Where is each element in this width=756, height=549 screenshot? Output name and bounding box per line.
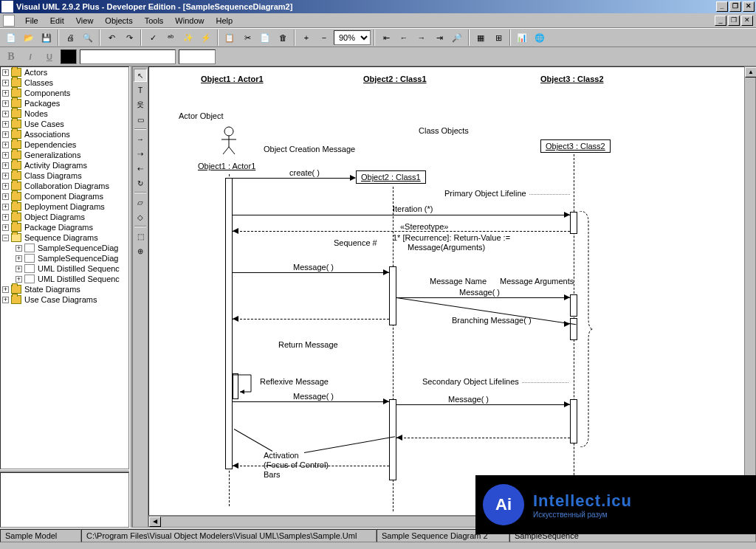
maximize-button[interactable]: ❐	[729, 1, 741, 12]
model-tree[interactable]: +Actors+Classes+Components+Packages+Node…	[0, 66, 129, 469]
grid-button[interactable]: ⊞	[490, 30, 506, 46]
iteration-return[interactable]	[233, 231, 570, 232]
wand-button[interactable]: ✨	[180, 30, 196, 46]
scroll-left-button[interactable]: ◀	[149, 517, 161, 527]
web-button[interactable]: 🌐	[532, 30, 548, 46]
object2-box[interactable]: Object2 : Class1	[356, 170, 426, 184]
menu-window[interactable]: Window	[169, 15, 210, 27]
arrow3-button[interactable]: →	[413, 30, 430, 46]
activation-object3b[interactable]	[570, 294, 577, 317]
create-message[interactable]	[233, 178, 355, 179]
tree-item[interactable]: +State Diagrams	[1, 284, 128, 294]
tree-item[interactable]: +Nodes	[1, 108, 128, 119]
tree-item[interactable]: +Deployment Diagrams	[1, 201, 128, 212]
iteration-message[interactable]	[233, 215, 570, 215]
activation-object3d[interactable]	[570, 399, 577, 443]
tree-item[interactable]: +Activity Diagrams	[1, 160, 128, 170]
tree-item[interactable]: +Class Diagrams	[1, 170, 128, 181]
tree-item[interactable]: +Object Diagrams	[1, 212, 128, 222]
menu-view[interactable]: View	[70, 15, 100, 27]
save-button[interactable]: 💾	[38, 30, 55, 46]
package-tool[interactable]: ⬚	[134, 229, 147, 243]
arrow2-button[interactable]: ←	[396, 30, 412, 46]
zoom-select[interactable]: 90%	[334, 30, 371, 45]
diagram-canvas[interactable]: Object1 : Actor1 Object2 : Class1 Object…	[148, 66, 756, 516]
activation-object1[interactable]	[225, 178, 233, 469]
reflexive-arrow[interactable]	[233, 371, 255, 401]
plus-button[interactable]: +	[298, 30, 315, 46]
print-button[interactable]: 🖨	[62, 30, 78, 46]
minus-button[interactable]: −	[316, 30, 332, 46]
arrow1-button[interactable]: ⇤	[378, 30, 394, 46]
mdi-restore-button[interactable]: ❐	[728, 15, 740, 26]
menu-tools[interactable]: Tools	[139, 15, 170, 27]
tree-item[interactable]: +Use Case Diagrams	[1, 294, 128, 305]
actor-label[interactable]: Object1 : Actor1	[198, 162, 255, 170]
message2[interactable]	[396, 297, 570, 298]
find-button[interactable]: 🔎	[449, 30, 465, 46]
object-tool[interactable]: ▭	[134, 113, 147, 126]
menu-help[interactable]: Help	[210, 15, 238, 27]
pointer-tool[interactable]: ↖	[134, 69, 147, 82]
font-size-input[interactable]	[179, 49, 216, 64]
open-button[interactable]: 📂	[21, 30, 37, 46]
activation-object2b[interactable]	[389, 399, 396, 480]
underline-button[interactable]: U	[41, 49, 58, 65]
constraint-tool[interactable]: ◇	[134, 210, 147, 224]
chart-button[interactable]: 📊	[514, 30, 530, 46]
font-family-input[interactable]	[80, 49, 176, 64]
tree-item[interactable]: +Collaboration Diagrams	[1, 181, 128, 191]
actor-icon[interactable]	[219, 126, 238, 156]
spell-button[interactable]: ᵃᵇ	[162, 30, 179, 46]
mdi-close-button[interactable]: ✕	[741, 15, 753, 26]
properties-panel[interactable]	[0, 472, 129, 528]
close-button[interactable]: ✕	[743, 1, 755, 12]
bold-button[interactable]: B	[3, 49, 19, 65]
menu-edit[interactable]: Edit	[44, 15, 70, 27]
tree-item[interactable]: +Actors	[1, 67, 128, 77]
actor-tool[interactable]: 웃	[134, 98, 147, 111]
message3[interactable]	[233, 401, 389, 402]
menu-file[interactable]: File	[19, 15, 44, 27]
tree-item[interactable]: +Components	[1, 88, 128, 98]
tree-item[interactable]: +Use Cases	[1, 119, 128, 129]
tree-item[interactable]: +UML Distilled Sequenc	[14, 263, 128, 274]
color-picker[interactable]	[61, 49, 77, 64]
check-button[interactable]: ✓	[145, 30, 161, 46]
scroll-up-button[interactable]: ▲	[745, 67, 756, 77]
sync-message-tool[interactable]: →	[134, 132, 147, 145]
vertical-scrollbar[interactable]: ▲ ▼	[744, 66, 756, 504]
return-message-tool[interactable]: ⇠	[134, 162, 147, 175]
tree-item[interactable]: +Classes	[1, 77, 128, 88]
activation-object2a[interactable]	[389, 266, 396, 325]
text-tool[interactable]: T	[134, 83, 147, 97]
tree-item[interactable]: −Sequence Diagrams	[1, 232, 128, 243]
mdi-minimize-button[interactable]: _	[715, 15, 726, 26]
tree-item[interactable]: +Packages	[1, 98, 128, 108]
tree-item[interactable]: +SampleSequenceDiag	[14, 253, 128, 263]
tree-item[interactable]: +Generalizations	[1, 150, 128, 160]
async-message-tool[interactable]: ⇢	[134, 147, 147, 160]
return-message[interactable]	[233, 319, 389, 320]
tree-item[interactable]: +SampleSequenceDiag	[14, 243, 128, 253]
message1[interactable]	[233, 272, 389, 273]
activation-object3a[interactable]	[570, 212, 577, 234]
arrow4-button[interactable]: ⇥	[431, 30, 447, 46]
tree-item[interactable]: +UML Distilled Sequenc	[14, 274, 128, 284]
cut-button[interactable]: ✂	[239, 30, 255, 46]
layers-button[interactable]: ▦	[472, 30, 489, 46]
tree-item[interactable]: +Dependencies	[1, 139, 128, 150]
tree-item[interactable]: +Component Diagrams	[1, 191, 128, 201]
undo-button[interactable]: ↶	[103, 30, 120, 46]
redo-button[interactable]: ↷	[121, 30, 137, 46]
self-message-tool[interactable]: ↻	[134, 176, 147, 190]
tree-item[interactable]: +Associations	[1, 129, 128, 139]
minimize-button[interactable]: _	[716, 1, 728, 12]
paste-button[interactable]: 📄	[257, 30, 273, 46]
message4[interactable]	[396, 404, 570, 405]
return2[interactable]	[396, 438, 570, 438]
new-button[interactable]: 📄	[3, 30, 19, 46]
tree-item[interactable]: +Package Diagrams	[1, 222, 128, 232]
note-tool[interactable]: ▱	[134, 196, 147, 209]
preview-button[interactable]: 🔍	[80, 30, 96, 46]
